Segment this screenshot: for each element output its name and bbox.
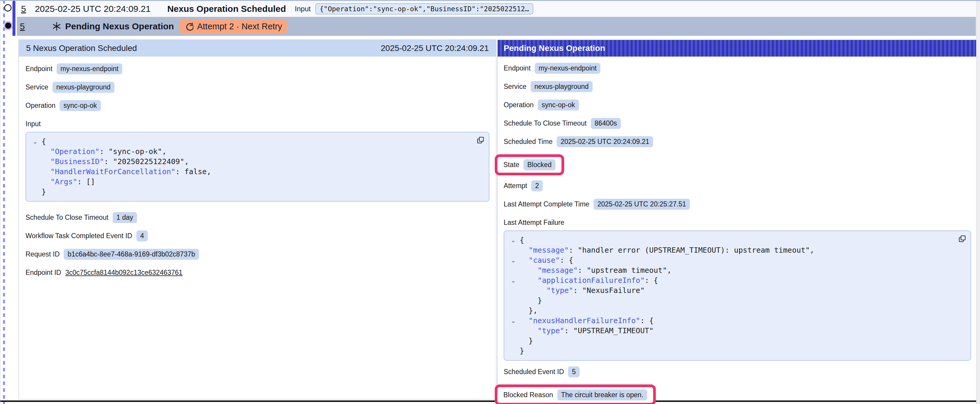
field-value-badge: The circuit breaker is open. [557,390,647,401]
event-row-nexus-operation-scheduled[interactable]: 5 2025-02-25 UTC 20:24:09.21 Nexus Opera… [17,1,976,17]
code-text: } [520,296,542,305]
field-label: Operation [504,101,534,109]
code-text: "type": "NexusFailure" [520,286,644,295]
top-border [0,0,980,1]
asterisk-icon [52,22,61,31]
field-label: Service [25,83,48,91]
code-line: ⌄ "cause": { [508,255,965,265]
field-label: Endpoint [504,64,531,72]
field-value-link[interactable]: 3c0c75ccfa8144b092c13ce632463761 [65,269,182,277]
field-label: Input [25,120,41,128]
field-label: Scheduled Event ID [504,368,564,376]
field-label: Blocked Reason [503,391,553,399]
code-line: ⌄{ [30,136,484,147]
field-label: State [503,161,519,169]
left-border [0,0,0,404]
panel-left-body: Endpointmy-nexus-endpointServicenexus-pl… [19,57,496,292]
code-text: } [41,187,46,196]
code-text: }, [520,306,538,315]
event-row-pending-nexus-operation[interactable]: 5 Pending Nexus Operation Attempt 2 · Ne… [17,17,976,36]
code-text: } [520,336,533,345]
field-row-request-id: Request IDb1c6a4bc-8ee7-468a-9169-df3b02… [25,249,489,260]
field-row-service: Servicenexus-playground [25,81,489,93]
field-label: Endpoint [25,65,52,73]
field-row-endpoint-id: Endpoint ID3c0c75ccfa8144b092c13ce632463… [25,267,489,278]
hollow-dot-icon[interactable] [4,4,11,11]
field-label: Operation [25,101,56,109]
field-row-last-attempt-failure: Last Attempt Failure [504,217,971,228]
panel-right-title: Pending Nexus Operation [504,44,605,53]
field-row-scheduled-event-id: Scheduled Event ID5 [504,366,971,377]
field-value-badge: 5 [568,366,579,377]
timeline-dashed-line [3,0,5,404]
retry-status-badge: Attempt 2 · Next Retry [180,19,287,33]
event-name: Nexus Operation Scheduled [167,4,286,14]
code-line: "type": "NexusFailure" [508,285,965,296]
field-value-badge: nexus-playground [531,81,593,92]
filled-dot-icon[interactable] [5,22,11,29]
rotate-cw-icon [185,22,193,31]
copy-icon[interactable] [476,136,485,144]
panel-left-time: 2025-02-25 UTC 20:24:09.21 [381,44,489,53]
code-line: } [508,296,965,306]
field-label: Service [504,82,527,90]
field-value-badge: 4 [137,230,148,241]
field-value-badge: sync-op-ok [538,100,579,111]
event-history-view: 5 2025-02-25 UTC 20:24:09.21 Nexus Opera… [0,0,980,404]
code-line: } [30,187,484,197]
code-line: "type": "UPSTREAM_TIMEOUT" [508,326,965,336]
code-line: } [508,346,965,356]
chevron-down-icon[interactable]: ⌄ [511,255,516,265]
field-row-input: Input [25,118,489,130]
event-id-link[interactable]: 5 [20,21,25,32]
code-text: "type": "UPSTREAM_TIMEOUT" [520,326,654,335]
panel-left-title: 5 Nexus Operation Scheduled [26,44,137,53]
code-line: "Args": [] [30,177,484,187]
retry-badge-label: Attempt 2 · Next Retry [197,22,282,32]
field-label: Last Attempt Complete Time [504,200,589,208]
event-time: 2025-02-25 UTC 20:24:09.21 [35,4,151,14]
field-value-badge: 2 [531,181,543,191]
field-value-badge: 86400s [591,118,621,129]
field-row-schedule-to-close-timeout: Schedule To Close Timeout86400s [504,117,971,129]
json-code-block: ⌄{ "Operation": "sync-op-ok", "BusinessI… [25,132,489,202]
copy-icon[interactable] [958,234,966,243]
panel-right-header: Pending Nexus Operation [498,40,977,57]
vertical-scrollbar[interactable] [976,1,980,404]
field-row-blocked-reason: Blocked ReasonThe circuit breaker is ope… [495,385,656,404]
code-text: "Args": [] [41,177,95,186]
field-value-badge: sync-op-ok [60,100,100,111]
field-value-badge: 2025-02-25 UTC 20:24:09.21 [557,136,653,147]
field-label: Attempt [504,182,527,190]
code-line: ⌄ "applicationFailureInfo": { [508,276,965,285]
chevron-down-icon[interactable]: ⌄ [511,316,516,326]
code-line: "BusinessID": "20250225122409", [30,157,484,167]
chevron-down-icon[interactable]: ⌄ [33,136,38,147]
code-line: ⌄ "nexusHandlerFailureInfo": { [508,316,965,326]
panel-right-body: Endpointmy-nexus-endpointServicenexus-pl… [498,57,977,404]
json-code-block: ⌄{ "message": "handler error (UPSTREAM_T… [504,230,971,361]
code-line: ⌄{ [508,235,965,245]
event-id-link[interactable]: 5 [21,4,26,14]
field-value-badge: b1c6a4bc-8ee7-468a-9169-df3b02c8737b [64,249,199,260]
code-text: "HandlerWaitForCancellation": false, [41,167,211,176]
chevron-down-icon[interactable]: ⌄ [511,235,516,245]
field-label: Schedule To Close Timeout [504,119,587,127]
field-row-operation: Operationsync-op-ok [25,100,489,111]
input-label: Input [295,5,310,13]
field-label: Workflow Task Completed Event ID [25,232,132,240]
field-row-endpoint: Endpointmy-nexus-endpoint [25,63,489,74]
field-row-attempt: Attempt2 [504,180,971,191]
code-line: "HandlerWaitForCancellation": false, [30,167,484,177]
field-row-operation: Operationsync-op-ok [504,99,971,111]
input-preview-chip: {"Operation":"sync-op-ok","BusinessID":"… [315,3,533,14]
field-row-last-attempt-complete-time: Last Attempt Complete Time2025-02-25 UTC… [504,198,971,210]
field-row-endpoint: Endpointmy-nexus-endpoint [504,62,971,74]
code-text: "Operation": "sync-op-ok", [41,147,166,156]
field-row-state: StateBlocked [495,154,564,175]
chevron-down-icon[interactable]: ⌄ [511,276,516,285]
code-line: }, [508,306,965,316]
field-row-scheduled-time: Scheduled Time2025-02-25 UTC 20:24:09.21 [504,136,971,147]
field-label: Endpoint ID [25,269,61,277]
code-text: "cause": { [520,256,573,265]
